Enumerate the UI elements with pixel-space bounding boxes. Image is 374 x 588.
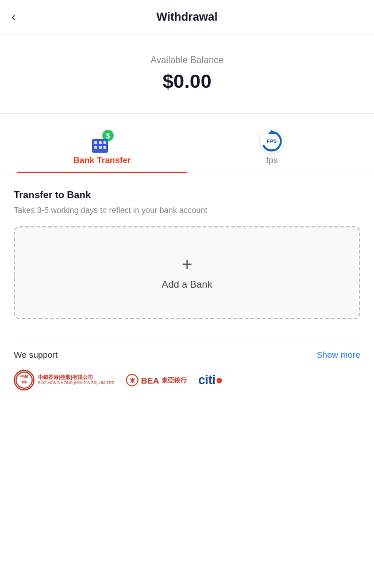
svg-rect-3 <box>94 141 97 144</box>
balance-amount: $0.00 <box>11 70 363 92</box>
boc-circle-icon: 中銀 香港 <box>14 370 34 390</box>
bea-logo: 東 BEA 東亞銀行 <box>126 370 187 390</box>
support-section: We support Show more 中銀 香港 中銀香港(控股)有限公司 … <box>14 338 360 390</box>
svg-rect-4 <box>99 141 102 144</box>
back-button[interactable]: ‹ <box>11 11 16 24</box>
page-title: Withdrawal <box>156 10 218 24</box>
support-header: We support Show more <box>14 350 360 359</box>
add-bank-button[interactable]: + Add a Bank <box>14 226 360 319</box>
svg-rect-6 <box>94 146 97 149</box>
tabs-section: $ Bank Transfer <box>0 114 374 173</box>
support-label: We support <box>14 350 57 359</box>
tab-bank-transfer-label: Bank Transfer <box>74 155 131 165</box>
tab-fps-label: fps <box>266 155 277 165</box>
bank-logos-row: 中銀 香港 中銀香港(控股)有限公司 BOC HONG KONG (HOLDIN… <box>14 370 360 390</box>
svg-text:中銀: 中銀 <box>20 374 29 378</box>
svg-text:東: 東 <box>130 378 136 384</box>
add-bank-plus-icon: + <box>26 255 348 273</box>
fps-icon: FPS <box>258 127 286 155</box>
bea-icon: 東 <box>126 374 138 386</box>
svg-rect-7 <box>99 146 102 149</box>
svg-text:$: $ <box>106 132 110 140</box>
svg-text:FPS: FPS <box>267 138 277 144</box>
transfer-desc: Takes 3-5 working days to reflect in you… <box>14 206 360 215</box>
svg-rect-8 <box>103 146 106 149</box>
balance-label: Available Balance <box>11 55 363 65</box>
tab-bank-transfer[interactable]: $ Bank Transfer <box>17 127 187 173</box>
balance-section: Available Balance $0.00 <box>0 34 374 114</box>
show-more-button[interactable]: Show more <box>317 350 360 359</box>
boc-svg-icon: 中銀 香港 <box>15 371 33 389</box>
tabs-row: $ Bank Transfer <box>0 127 374 173</box>
transfer-title: Transfer to Bank <box>14 189 360 201</box>
boc-text: 中銀香港(控股)有限公司 BOC HONG KONG (HOLDINGS) LI… <box>38 375 114 385</box>
tab-fps[interactable]: FPS fps <box>187 127 357 173</box>
main-content: Transfer to Bank Takes 3-5 working days … <box>0 173 374 390</box>
bank-icon: $ <box>88 127 116 155</box>
svg-rect-5 <box>103 141 106 144</box>
header: ‹ Withdrawal <box>0 0 374 34</box>
svg-text:香港: 香港 <box>21 380 28 384</box>
boc-logo: 中銀 香港 中銀香港(控股)有限公司 BOC HONG KONG (HOLDIN… <box>14 370 114 390</box>
add-bank-label: Add a Bank <box>26 279 348 291</box>
citi-logo: citi● <box>198 370 223 390</box>
